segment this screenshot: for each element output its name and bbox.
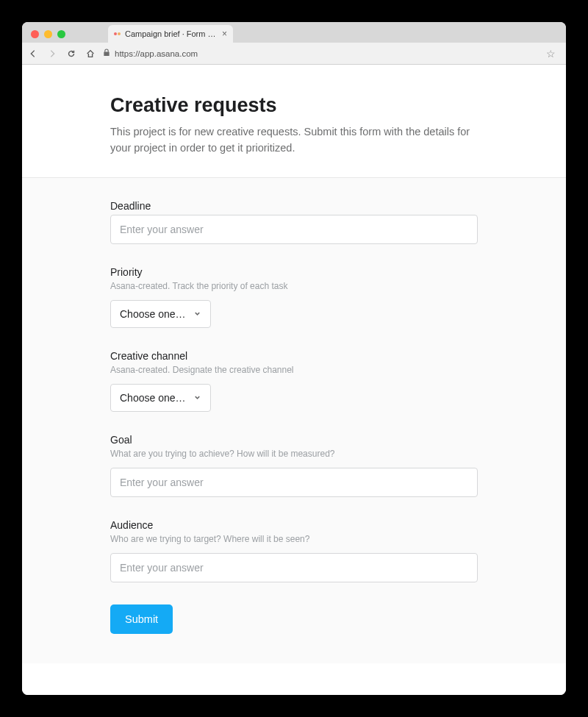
priority-select[interactable]: Choose one…	[110, 300, 211, 328]
lock-icon	[103, 49, 110, 58]
address-bar[interactable]: https://app.asana.com ☆	[103, 48, 560, 60]
form-body: Deadline Priority Asana-created. Track t…	[22, 178, 566, 663]
audience-input[interactable]	[110, 553, 478, 582]
form-header: Creative requests This project is for ne…	[22, 65, 566, 178]
browser-window: Campaign brief · Form by As × https://ap…	[22, 22, 566, 695]
field-label: Creative channel	[110, 350, 478, 362]
chevron-down-icon	[193, 392, 201, 404]
home-icon[interactable]	[85, 49, 96, 59]
field-label: Deadline	[110, 200, 478, 212]
field-label: Goal	[110, 434, 478, 446]
select-value: Choose one…	[120, 308, 186, 320]
asana-favicon	[114, 32, 121, 35]
minimize-window-icon[interactable]	[44, 30, 52, 38]
close-tab-icon[interactable]: ×	[222, 29, 227, 38]
tab-title: Campaign brief · Form by As	[125, 29, 218, 38]
field-creative-channel: Creative channel Asana-created. Designat…	[110, 350, 478, 412]
field-description: Asana-created. Designate the creative ch…	[110, 365, 478, 375]
goal-input[interactable]	[110, 468, 478, 497]
back-icon[interactable]	[28, 49, 38, 59]
maximize-window-icon[interactable]	[57, 30, 65, 38]
forward-icon	[47, 49, 57, 59]
page-title: Creative requests	[110, 94, 478, 117]
field-label: Audience	[110, 519, 478, 531]
field-goal: Goal What are you trying to achieve? How…	[110, 434, 478, 497]
url-text: https://app.asana.com	[115, 49, 198, 58]
page-content: Creative requests This project is for ne…	[22, 65, 566, 695]
field-deadline: Deadline	[110, 200, 478, 244]
field-label: Priority	[110, 266, 478, 278]
browser-tab[interactable]: Campaign brief · Form by As ×	[108, 25, 233, 43]
browser-toolbar: https://app.asana.com ☆	[22, 43, 566, 65]
close-window-icon[interactable]	[31, 30, 39, 38]
window-controls	[28, 30, 71, 43]
chevron-down-icon	[193, 308, 201, 320]
field-description: What are you trying to achieve? How will…	[110, 449, 478, 459]
field-priority: Priority Asana-created. Track the priori…	[110, 266, 478, 328]
submit-button[interactable]: Submit	[110, 604, 173, 634]
creative-channel-select[interactable]: Choose one…	[110, 384, 211, 412]
bookmark-star-icon[interactable]: ☆	[546, 48, 560, 60]
reload-icon[interactable]	[66, 49, 76, 59]
field-audience: Audience Who are we trying to target? Wh…	[110, 519, 478, 582]
field-description: Who are we trying to target? Where will …	[110, 534, 478, 544]
page-description: This project is for new creative request…	[110, 124, 478, 157]
select-value: Choose one…	[120, 392, 186, 404]
deadline-input[interactable]	[110, 215, 478, 244]
field-description: Asana-created. Track the priority of eac…	[110, 281, 478, 291]
tab-strip: Campaign brief · Form by As ×	[22, 22, 566, 43]
